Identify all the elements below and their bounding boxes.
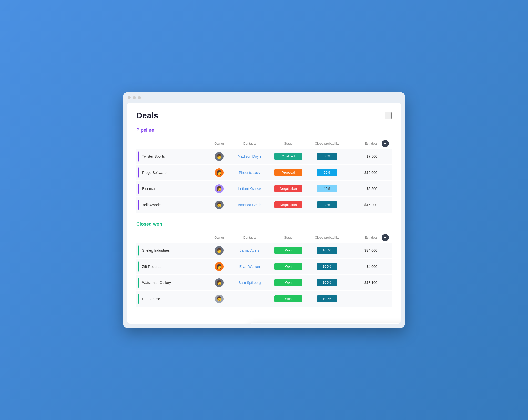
deal-name: Twister Sports: [142, 154, 165, 159]
est-deal-value: $18,100: [346, 275, 379, 291]
avatar: 👩: [215, 262, 224, 271]
browser-dot-3: [138, 96, 141, 99]
deal-border: [138, 200, 139, 210]
browser-dot-1: [128, 96, 131, 99]
deal-name-cell: Ridge Software: [138, 167, 206, 178]
contact-link[interactable]: Sam Spillberg: [238, 281, 261, 285]
col-header-est-deal: Est. deal: [346, 139, 379, 149]
contact-link[interactable]: Leilani Krause: [238, 187, 261, 191]
pipeline-header-row: Owner Contacts Stage Close probability E…: [136, 139, 392, 149]
deal-name-cell: Yellowworks: [138, 200, 206, 210]
avatar: 👨: [215, 201, 224, 209]
deal-border: [138, 245, 139, 256]
probability-badge: 40%: [317, 185, 337, 192]
stage-badge: Won: [274, 247, 302, 254]
probability-badge: 80%: [317, 153, 337, 160]
cw-col-header-est-deal: Est. deal: [346, 233, 379, 243]
table-row[interactable]: Waissman Gallery 👩Sam SpillbergWon100%$1…: [136, 275, 392, 291]
table-row[interactable]: SFF Cruise 👨Won100%: [136, 291, 392, 307]
est-deal-value: $7,500: [346, 149, 379, 165]
contact-link[interactable]: Elian Warren: [239, 265, 260, 269]
deal-name: SFF Cruise: [142, 297, 160, 301]
deal-name: Zift Records: [142, 265, 161, 269]
pipeline-section: Pipeline Owner Contacts Stage Close prob…: [136, 128, 392, 213]
avatar: 👩: [215, 278, 224, 287]
table-row[interactable]: Yellowworks 👨Amanda SmithNegotiation80%$…: [136, 197, 392, 213]
col-header-stage: Stage: [269, 139, 308, 149]
deal-name-cell: Waissman Gallery: [138, 278, 206, 288]
table-row[interactable]: Zift Records 👩Elian WarrenWon100%$4,000: [136, 258, 392, 275]
est-deal-value: $10,000: [346, 164, 379, 181]
deal-name-cell: Bluemart: [138, 184, 206, 194]
probability-badge: 100%: [317, 295, 337, 302]
page-header: Deals ···: [136, 111, 392, 120]
deal-name: Waissman Gallery: [142, 281, 171, 285]
browser-titlebar: [123, 92, 405, 103]
browser-content: Deals ··· Pipeline Owner Contacts Stage …: [127, 103, 401, 324]
table-row[interactable]: Ridge Software 👩Phoenix LevyProposal60%$…: [136, 164, 392, 181]
closed-won-header-row: Owner Contacts Stage Close probability E…: [136, 233, 392, 243]
avatar: 👨: [215, 152, 224, 161]
avatar: 👨: [215, 295, 224, 303]
est-deal-value: $15,200: [346, 197, 379, 213]
avatar: 👩: [215, 168, 224, 177]
avatar: 👩: [215, 184, 224, 193]
stage-badge: Won: [274, 263, 302, 270]
table-row[interactable]: Sheleg Industries 👨Jamal AyersWon100%$24…: [136, 243, 392, 259]
col-header-add: +: [380, 139, 392, 149]
cw-col-header-stage: Stage: [269, 233, 308, 243]
stage-badge: Won: [274, 279, 302, 286]
contact-link[interactable]: Madison Doyle: [238, 154, 262, 159]
avatar: 👨: [215, 246, 224, 255]
more-options-button[interactable]: ···: [385, 112, 392, 119]
cw-col-header-contacts: Contacts: [230, 233, 269, 243]
contact-link[interactable]: Jamal Ayers: [240, 248, 259, 253]
stage-badge: Negotiation: [274, 201, 302, 208]
col-header-contacts: Contacts: [230, 139, 269, 149]
deal-name-cell: SFF Cruise: [138, 294, 206, 304]
est-deal-value: [346, 291, 379, 307]
probability-badge: 100%: [317, 247, 337, 254]
col-header-name: [136, 139, 208, 149]
est-deal-value: $4,000: [346, 258, 379, 275]
deal-border: [138, 151, 139, 162]
pipeline-add-button[interactable]: +: [382, 140, 389, 147]
contact-link[interactable]: Amanda Smith: [238, 203, 261, 207]
probability-badge: 60%: [317, 169, 337, 176]
cw-col-header-name: [136, 233, 208, 243]
closed-won-section: Closed won Owner Contacts Stage Close pr…: [136, 222, 392, 307]
deal-border: [138, 184, 139, 194]
cw-col-header-add: +: [380, 233, 392, 243]
page-title: Deals: [136, 111, 158, 120]
table-row[interactable]: Bluemart 👩Leilani KrauseNegotiation40%$5…: [136, 181, 392, 197]
deal-border: [138, 167, 139, 178]
browser-dot-2: [133, 96, 136, 99]
col-header-owner: Owner: [208, 139, 230, 149]
est-deal-value: $24,000: [346, 243, 379, 259]
automation-popup: when Stage changes to Won, move item to …: [249, 323, 401, 324]
table-row[interactable]: Twister Sports 👨Madison DoyleQualified80…: [136, 149, 392, 165]
deal-name-cell: Twister Sports: [138, 151, 206, 162]
deal-name-cell: Sheleg Industries: [138, 245, 206, 256]
deal-name: Yellowworks: [142, 203, 162, 207]
probability-badge: 80%: [317, 201, 337, 208]
est-deal-value: $5,500: [346, 181, 379, 197]
stage-badge: Qualified: [274, 153, 302, 160]
contact-link[interactable]: Phoenix Levy: [239, 171, 260, 175]
stage-badge: Won: [274, 295, 302, 302]
closed-won-section-title: Closed won: [136, 222, 162, 227]
col-header-close-prob: Close probability: [308, 139, 346, 149]
deal-border: [138, 261, 139, 272]
deal-border: [138, 278, 139, 288]
deal-name: Sheleg Industries: [142, 248, 170, 253]
deal-border: [138, 294, 139, 304]
closed-won-add-button[interactable]: +: [382, 234, 389, 241]
deal-name: Ridge Software: [142, 171, 167, 175]
probability-badge: 100%: [317, 279, 337, 286]
deal-name: Bluemart: [142, 187, 156, 191]
closed-won-table: Owner Contacts Stage Close probability E…: [136, 233, 392, 307]
cw-col-header-close-prob: Close probability: [308, 233, 346, 243]
stage-badge: Negotiation: [274, 185, 302, 192]
probability-badge: 100%: [317, 263, 337, 270]
deal-name-cell: Zift Records: [138, 261, 206, 272]
